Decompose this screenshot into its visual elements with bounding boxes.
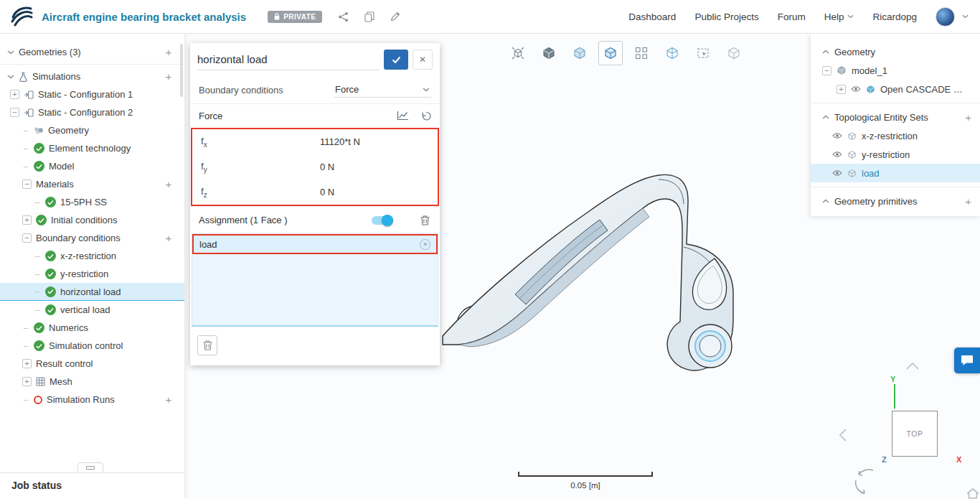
- fit-view-button[interactable]: [506, 41, 530, 65]
- tree-item-result-control[interactable]: + Result control: [0, 355, 184, 373]
- fz-value-input[interactable]: 0 N: [320, 187, 334, 197]
- bc-type-select[interactable]: Force: [334, 82, 431, 98]
- tree-item-cad-file[interactable]: + Open CASCADE STE...: [811, 80, 980, 98]
- expand-icon[interactable]: +: [22, 215, 32, 225]
- rotate-view-arrows-icon[interactable]: [852, 466, 880, 496]
- fy-value-input[interactable]: 0 N: [320, 162, 334, 172]
- chevron-down-icon[interactable]: [7, 50, 14, 55]
- entity-set-icon: [847, 150, 857, 159]
- tree-item-boundary-conditions[interactable]: − Boundary conditions +: [0, 229, 184, 247]
- support-chat-button[interactable]: [954, 348, 980, 373]
- apply-button[interactable]: [384, 50, 408, 70]
- collapse-icon[interactable]: −: [22, 233, 32, 243]
- visibility-eye-icon[interactable]: [832, 169, 842, 177]
- rotate-up-chevron-icon[interactable]: [905, 362, 920, 370]
- tree-item-geometries[interactable]: Geometries (3) +: [0, 43, 184, 61]
- shaded-view-button[interactable]: [537, 41, 561, 65]
- rename-pencil-icon[interactable]: [390, 11, 400, 22]
- nav-dashboard[interactable]: Dashboard: [628, 11, 676, 22]
- assigned-entity-chip[interactable]: load ✕: [192, 234, 438, 254]
- tree-item-vertical-load[interactable]: – vertical load: [0, 301, 184, 319]
- sidebar-scrollbar[interactable]: [180, 44, 183, 97]
- tree-item-model-1[interactable]: − model_1: [811, 61, 980, 80]
- view-cube[interactable]: TOP: [892, 411, 938, 457]
- tree-item-materials[interactable]: − Materials +: [0, 175, 184, 193]
- tree-item-horizontal-load[interactable]: – horizontal load: [0, 283, 184, 301]
- remove-assignment-icon[interactable]: ✕: [420, 239, 430, 250]
- nav-public-projects[interactable]: Public Projects: [694, 11, 758, 22]
- topo-set-load[interactable]: load: [811, 164, 980, 182]
- expand-icon[interactable]: +: [22, 377, 32, 386]
- clear-assignment-trash-icon[interactable]: [420, 215, 430, 225]
- tree-item-simulation-runs[interactable]: – Simulation Runs +: [0, 391, 184, 409]
- nav-help[interactable]: Help: [824, 11, 854, 22]
- formula-table-icon[interactable]: [397, 111, 409, 121]
- assignment-list[interactable]: load ✕: [192, 233, 438, 327]
- box-select-button[interactable]: [691, 41, 715, 65]
- copy-icon[interactable]: [364, 11, 374, 22]
- chevron-down-icon[interactable]: [7, 75, 14, 79]
- translucent-view-button[interactable]: [567, 41, 592, 65]
- tree-item-simulations[interactable]: Simulations +: [0, 67, 184, 85]
- topo-set-y-restriction[interactable]: y-restriction: [811, 145, 980, 164]
- tree-item-static-configuration-1[interactable]: + Static - Configuration 1: [0, 85, 184, 103]
- tree-item-material-15-5ph-ss[interactable]: – 15-5PH SS: [0, 193, 184, 211]
- assignment-toggle[interactable]: [372, 216, 393, 225]
- add-topological-set-button[interactable]: +: [965, 111, 971, 123]
- tree-item-initial-conditions[interactable]: + Initial conditions: [0, 211, 184, 229]
- sidebar-collapse-handle[interactable]: [77, 462, 103, 472]
- tree-item-y-restriction[interactable]: – y-restriction: [0, 265, 184, 283]
- tree-item-simulation-control[interactable]: – Simulation control: [0, 337, 184, 355]
- app-header: Aircraft engine bearing bracket analysis…: [0, 0, 980, 34]
- job-status-bar[interactable]: Job status: [0, 472, 184, 499]
- scale-bar: 0.05 [m]: [518, 472, 653, 490]
- explode-parts-button[interactable]: [629, 41, 654, 65]
- geometry-section-header[interactable]: Geometry: [811, 42, 980, 61]
- nav-forum[interactable]: Forum: [778, 11, 806, 22]
- visibility-eye-icon[interactable]: [851, 85, 861, 93]
- rotate-left-chevron-icon[interactable]: [839, 428, 847, 442]
- tree-item-element-technology[interactable]: – Element technology: [0, 139, 184, 157]
- collapse-icon[interactable]: −: [10, 108, 19, 117]
- expand-icon[interactable]: +: [837, 85, 846, 94]
- tree-item-numerics[interactable]: – Numerics: [0, 319, 184, 337]
- collapse-icon[interactable]: −: [22, 179, 32, 189]
- add-geometry-primitive-button[interactable]: +: [965, 195, 971, 207]
- expand-icon[interactable]: +: [22, 359, 32, 368]
- tree-item-geometry[interactable]: – Geometry: [0, 121, 184, 139]
- reset-undo-icon[interactable]: [420, 111, 431, 121]
- fx-value-input[interactable]: 11120*t N: [320, 136, 360, 147]
- tree-item-model[interactable]: – Model: [0, 157, 184, 175]
- chevron-up-icon[interactable]: [822, 199, 829, 203]
- geometry-primitives-header[interactable]: Geometry primitives +: [811, 192, 980, 210]
- nav-username[interactable]: Ricardopg: [872, 11, 917, 22]
- wireframe-view-button[interactable]: [660, 41, 684, 65]
- app-logo-icon[interactable]: [10, 4, 33, 29]
- add-simulation-button[interactable]: +: [163, 70, 174, 83]
- account-menu-chevron-icon[interactable]: [962, 14, 969, 19]
- add-simulation-run-button[interactable]: +: [163, 393, 174, 406]
- chevron-up-icon[interactable]: [822, 50, 829, 54]
- add-material-button[interactable]: +: [163, 178, 174, 190]
- tree-item-static-configuration-2[interactable]: − Static - Configuration 2: [0, 103, 184, 121]
- chevron-up-icon[interactable]: [822, 115, 829, 119]
- hide-parts-button[interactable]: [722, 41, 746, 65]
- add-geometry-button[interactable]: +: [163, 46, 174, 58]
- tree-item-xz-restriction[interactable]: – x-z-restriction: [0, 247, 184, 265]
- home-view-icon[interactable]: [966, 488, 979, 499]
- expand-icon[interactable]: +: [10, 90, 19, 99]
- bc-name-input[interactable]: [197, 49, 380, 70]
- share-icon[interactable]: [338, 11, 349, 22]
- topo-set-xz-restriction[interactable]: x-z-restriction: [811, 126, 980, 145]
- model-3d-view[interactable]: [430, 152, 760, 382]
- add-boundary-condition-button[interactable]: +: [163, 232, 174, 244]
- tree-item-mesh[interactable]: + Mesh: [0, 373, 184, 391]
- user-avatar[interactable]: [936, 7, 955, 27]
- isometric-view-button[interactable]: [598, 41, 623, 65]
- delete-selection-button[interactable]: [197, 335, 217, 355]
- collapse-icon[interactable]: −: [822, 66, 831, 75]
- visibility-eye-icon[interactable]: [832, 151, 842, 158]
- visibility-eye-icon[interactable]: [832, 132, 842, 139]
- cancel-button[interactable]: ✕: [413, 50, 433, 70]
- topological-entity-sets-header[interactable]: Topological Entity Sets +: [811, 108, 980, 126]
